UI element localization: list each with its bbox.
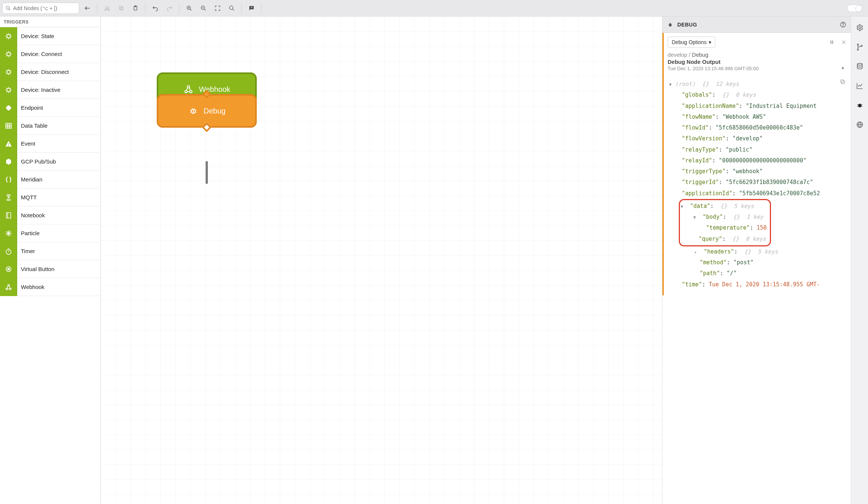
add-nodes-search[interactable]	[2, 3, 79, 14]
svg-line-95	[190, 112, 191, 112]
svg-line-99	[194, 109, 195, 109]
svg-line-98	[192, 109, 193, 109]
help-icon[interactable]	[840, 21, 846, 28]
warning-icon	[0, 135, 17, 153]
flow-canvas[interactable]: Webhook Device: State Debug	[101, 16, 662, 504]
close-button[interactable]	[841, 40, 846, 45]
svg-line-19	[232, 9, 234, 10]
palette-node-label: Timer	[17, 248, 39, 254]
debug-options-dropdown[interactable]: Debug Options ▾	[668, 37, 715, 48]
search-input[interactable]	[13, 5, 76, 11]
canvas-node-debug[interactable]: Debug	[157, 94, 257, 128]
notebook-icon	[0, 206, 17, 224]
palette-node[interactable]: Device: Connect	[0, 45, 100, 63]
svg-point-0	[6, 6, 9, 9]
debug-timestamp: Tue Dec 1, 2020 13:15:48.986 GMT-05:00	[668, 66, 846, 71]
svg-line-117	[861, 105, 862, 105]
palette-node[interactable]: Webhook	[0, 278, 100, 296]
svg-rect-7	[120, 7, 123, 10]
undo-button[interactable]	[149, 3, 161, 14]
palette-node-label: Virtual Button	[17, 266, 58, 272]
back-button[interactable]	[81, 3, 93, 14]
palette-node[interactable]: Device: Disconnect	[0, 63, 100, 81]
palette-node[interactable]: GCP Pub/Sub	[0, 153, 100, 171]
svg-line-97	[195, 112, 196, 112]
palette-node-label: Data Table	[17, 122, 51, 129]
chip-icon	[0, 27, 17, 45]
add-comment-button[interactable]	[246, 3, 257, 14]
debug-title: DEBUG	[677, 22, 697, 28]
svg-point-79	[7, 284, 9, 286]
zoom-fit-button[interactable]	[212, 3, 224, 14]
cut-button[interactable]	[101, 3, 113, 14]
palette-node-label: Device: State	[17, 33, 58, 39]
svg-line-28	[10, 34, 11, 35]
svg-rect-104	[832, 40, 833, 44]
palette-node[interactable]: Virtual Button	[0, 260, 100, 278]
pause-button[interactable]	[829, 40, 834, 45]
svg-line-55	[10, 88, 11, 89]
svg-line-47	[6, 73, 7, 74]
copy-button[interactable]	[115, 3, 127, 14]
svg-point-65	[8, 197, 9, 198]
bug-icon[interactable]	[856, 102, 864, 109]
svg-rect-31	[7, 52, 10, 55]
palette-node-label: Device: Inactive	[17, 87, 64, 93]
paste-button[interactable]	[129, 3, 141, 14]
debug-panel: DEBUG Debug Options ▾	[662, 16, 851, 504]
gear-icon[interactable]	[856, 24, 864, 31]
palette-node-label: Event	[17, 140, 39, 147]
collapse-icon[interactable]: ▴	[842, 64, 844, 70]
chip-icon	[0, 63, 17, 81]
target-icon	[0, 260, 17, 278]
svg-line-12	[190, 9, 191, 10]
svg-line-57	[10, 91, 11, 92]
svg-line-30	[10, 37, 11, 38]
svg-rect-49	[7, 88, 10, 91]
svg-line-54	[6, 88, 7, 89]
palette-node[interactable]: Event	[0, 135, 100, 153]
copy-icon[interactable]	[840, 79, 846, 85]
svg-point-111	[857, 49, 858, 50]
svg-line-56	[6, 91, 7, 92]
palette-node-label: Device: Disconnect	[17, 69, 72, 75]
datastore-icon[interactable]	[856, 63, 864, 70]
svg-line-118	[861, 106, 862, 107]
branch-icon[interactable]	[856, 43, 864, 51]
svg-line-39	[10, 55, 11, 56]
svg-line-37	[10, 52, 11, 53]
palette-node-label: GCP Pub/Sub	[17, 158, 60, 165]
svg-line-116	[857, 106, 858, 107]
braces-icon	[0, 171, 17, 189]
bug-icon	[667, 21, 674, 28]
broadcast-icon	[0, 189, 17, 206]
chart-icon[interactable]	[856, 82, 864, 90]
palette-node[interactable]: Device: Inactive	[0, 81, 100, 99]
globe-icon[interactable]	[856, 121, 864, 128]
svg-line-27	[6, 34, 7, 35]
palette-node[interactable]: Particle	[0, 224, 100, 242]
node-palette: TRIGGERS Device: State Device: Connect D…	[0, 16, 101, 504]
search-icon	[6, 6, 11, 11]
palette-node-label: Webhook	[17, 284, 48, 290]
palette-node[interactable]: Notebook	[0, 206, 100, 224]
palette-node[interactable]: Timer	[0, 242, 100, 260]
svg-rect-64	[8, 145, 9, 146]
svg-rect-103	[831, 40, 831, 44]
palette-node[interactable]: MQTT	[0, 189, 100, 206]
palette-node[interactable]: Meridian	[0, 171, 100, 189]
zoom-reset-button[interactable]	[226, 3, 238, 14]
zoom-out-button[interactable]	[197, 3, 209, 14]
svg-line-1	[9, 9, 10, 10]
svg-point-110	[857, 44, 858, 45]
svg-line-115	[857, 105, 858, 105]
debug-toggle[interactable]: ✱	[847, 4, 863, 12]
palette-node[interactable]: Endpoint	[0, 99, 100, 117]
svg-line-16	[204, 9, 206, 10]
svg-point-109	[859, 27, 861, 29]
palette-node[interactable]: Device: State	[0, 27, 100, 45]
palette-node[interactable]: Data Table	[0, 117, 100, 135]
zoom-in-button[interactable]	[183, 3, 195, 14]
redo-button[interactable]	[163, 3, 175, 14]
svg-point-80	[185, 90, 187, 93]
